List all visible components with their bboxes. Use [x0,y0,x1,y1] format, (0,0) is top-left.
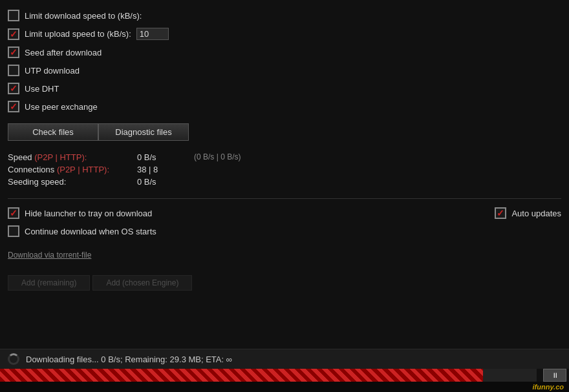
stats-section: Speed (P2P | HTTP): 0 B/s (0 B/s | 0 B/s… [8,151,561,188]
left-checkboxes: ✓ Hide launcher to tray on download ✓ Co… [8,204,482,240]
continue-download-row: ✓ Continue download when OS starts [8,222,482,240]
status-text: Downloading files... 0 B/s; Remaining: 2… [26,355,561,364]
action-buttons: Check files Diagnostic files [8,123,561,141]
diagnostic-files-button[interactable]: Diagnostic files [98,123,189,141]
use-dht-checkbox[interactable]: ✓ [8,83,19,94]
hide-launcher-label: Hide launcher to tray on download [25,209,152,218]
utp-download-row: ✓ UTP download [8,61,561,79]
seed-after-download-checkbox[interactable]: ✓ [8,46,19,58]
utp-download-label: UTP download [25,66,80,76]
continue-download-label: Continue download when OS starts [25,227,156,236]
ifunny-footer: ifunny.co [0,382,569,392]
limit-upload-row: ✓ Limit upload speed to (kB/s): [8,25,561,43]
speed-stat-row: Speed (P2P | HTTP): 0 B/s (0 B/s | 0 B/s… [8,151,561,163]
speed-value: 0 B/s [137,152,189,162]
speed-colored-label: (P2P | HTTP): [34,152,87,162]
upload-speed-input[interactable] [136,28,169,40]
use-dht-row: ✓ Use DHT [8,79,561,98]
seed-after-download-row: ✓ Seed after download [8,43,561,61]
faded-tab-bar: Add (remaining) Add (chosen Engine) [8,275,561,291]
limit-download-row: ✓ Limit download speed to (kB/s): [8,6,561,25]
bottom-checkboxes: ✓ Hide launcher to tray on download ✓ Co… [8,204,561,240]
right-checkboxes: ✓ Auto updates [482,204,561,240]
connections-colored-label: (P2P | HTTP): [57,165,109,174]
auto-updates-row: ✓ Auto updates [495,204,561,222]
torrent-link[interactable]: Download via torrent-file [8,251,91,260]
use-peer-exchange-checkbox[interactable]: ✓ [8,101,19,112]
seeding-stat-row: Seeding speed: 0 B/s [8,176,561,188]
tab-add-remaining-label: Add (remaining) [21,278,76,287]
connections-label: Connections (P2P | HTTP): [8,165,137,174]
downloading-bar: Downloading files... 0 B/s; Remaining: 2… [0,349,569,369]
continue-download-checkbox[interactable]: ✓ [8,225,19,237]
seeding-value: 0 B/s [137,177,189,187]
limit-download-checkbox[interactable]: ✓ [8,10,19,21]
progress-bar-container [0,369,537,382]
hide-launcher-checkbox[interactable]: ✓ [8,207,19,219]
check-files-button[interactable]: Check files [8,123,98,141]
hide-launcher-row: ✓ Hide launcher to tray on download [8,204,482,222]
ifunny-logo: ifunny.co [533,383,564,391]
speed-label: Speed (P2P | HTTP): [8,152,137,162]
spinner-icon [8,353,19,365]
use-dht-label: Use DHT [25,84,59,94]
use-peer-exchange-label: Use peer exchange [25,102,98,112]
use-peer-exchange-row: ✓ Use peer exchange [8,98,561,116]
connections-stat-row: Connections (P2P | HTTP): 38 | 8 [8,163,561,176]
divider [8,198,561,199]
auto-updates-label: Auto updates [511,209,561,218]
tab-add-engine-label: Add (chosen Engine) [106,278,178,287]
utp-download-checkbox[interactable]: ✓ [8,65,19,76]
pause-button[interactable]: ⏸ [543,369,566,382]
progress-fill [0,369,483,382]
limit-download-label: Limit download speed to (kB/s): [25,11,142,21]
auto-updates-checkbox[interactable]: ✓ [495,207,506,219]
speed-extra: (0 B/s | 0 B/s) [189,152,241,162]
tab-add-remaining[interactable]: Add (remaining) [8,275,90,291]
seed-after-download-label: Seed after download [25,48,102,57]
limit-upload-checkbox[interactable]: ✓ [8,28,19,40]
connections-value: 38 | 8 [137,165,189,174]
seeding-label: Seeding speed: [8,177,137,187]
tab-add-engine[interactable]: Add (chosen Engine) [92,275,192,291]
pause-icon: ⏸ [552,371,559,379]
limit-upload-label: Limit upload speed to (kB/s): [25,29,131,39]
